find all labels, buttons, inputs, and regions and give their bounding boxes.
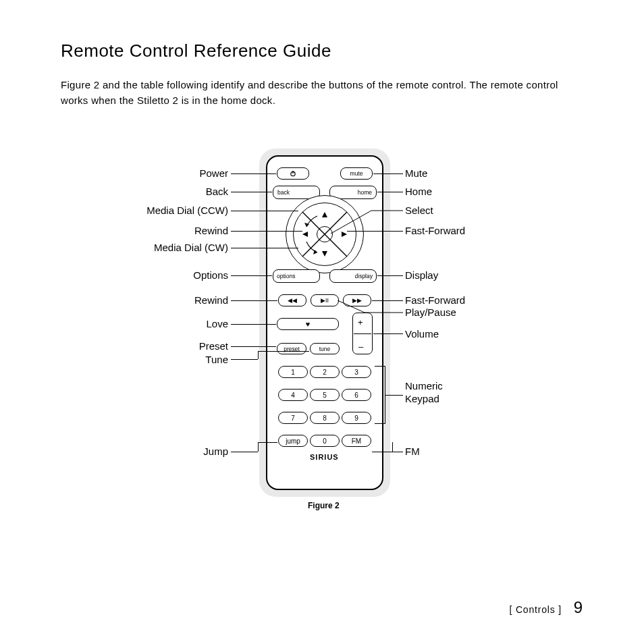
sirius-brand-logo: SIRIUS [310,453,339,461]
label-love: Love [201,318,228,329]
leader [231,192,272,192]
key-7[interactable]: 7 [278,412,308,424]
leader [231,211,298,211]
tune-button[interactable]: tune [310,343,340,354]
remote-figure: mute back home options display ◀◀ ▶II ▶▶… [0,0,644,644]
volume-plus: + [358,317,363,327]
label-mute: Mute [405,167,427,179]
leader [231,300,277,301]
label-media-dial-cw: Media Dial (CW) [140,242,228,253]
leader [373,333,403,334]
label-back: Back [201,186,228,197]
leader [338,300,405,314]
key-5[interactable]: 5 [310,389,340,401]
leader [231,324,276,325]
svg-line-10 [331,211,371,234]
leader [231,452,258,452]
volume-divider [354,333,371,334]
label-fm: FM [405,446,420,457]
label-home: Home [405,186,432,197]
leader [231,248,298,248]
page-footer: [ Controls ] 9 [510,598,583,617]
leader [258,442,277,443]
key-6[interactable]: 6 [342,389,371,401]
mute-button[interactable]: mute [340,167,373,180]
love-button[interactable]: ♥ [277,318,339,330]
svg-line-12 [338,300,365,313]
label-options: Options [188,269,228,281]
power-icon [290,170,296,177]
leader [258,351,259,359]
svg-marker-4 [322,212,327,217]
label-media-dial-ccw: Media Dial (CCW) [134,205,228,216]
label-play-pause: Play/Pause [405,306,456,318]
leader [377,275,403,276]
play-pause-button[interactable]: ▶II [311,294,339,306]
key-1[interactable]: 1 [278,366,308,378]
footer-section: [ Controls ] [510,604,562,615]
label-rewind-dial: Rewind [189,225,228,236]
key-4[interactable]: 4 [278,389,308,401]
leader [372,452,392,452]
leader [231,173,276,174]
keypad-bracket [375,366,385,424]
label-tune: Tune [201,354,228,365]
label-numeric: Numeric [405,380,443,392]
leader [347,231,403,232]
label-select: Select [405,205,433,216]
label-keypad: Keypad [405,393,439,404]
label-preset: Preset [194,340,228,352]
leader [392,452,403,452]
page-number: 9 [574,598,583,617]
leader [258,351,309,352]
label-fast-forward-dial: Fast-Forward [405,225,465,236]
key-0[interactable]: 0 [310,435,340,447]
jump-button[interactable]: jump [278,435,308,447]
key-8[interactable]: 8 [310,412,340,424]
key-3[interactable]: 3 [342,366,371,378]
fm-button[interactable]: FM [342,435,371,447]
leader [231,231,302,232]
label-power: Power [194,167,228,179]
leader [231,346,276,347]
leader [231,359,258,360]
label-jump: Jump [200,446,228,457]
display-button[interactable]: display [329,269,377,283]
label-rewind-transport: Rewind [189,294,228,306]
label-volume: Volume [405,328,439,340]
svg-marker-5 [322,251,327,257]
label-display: Display [405,269,438,281]
rewind-transport-button[interactable]: ◀◀ [278,294,306,306]
label-fast-forward-transport: Fast-Forward [405,294,465,306]
preset-button[interactable]: preset [277,343,306,354]
power-button[interactable] [277,167,309,180]
leader [392,442,393,452]
volume-minus: – [358,342,363,352]
key-9[interactable]: 9 [342,412,371,424]
leader [231,275,272,276]
options-button[interactable]: options [273,269,320,283]
leader [373,173,403,174]
leader [377,192,403,192]
svg-marker-6 [302,232,308,237]
figure-caption: Figure 2 [308,501,340,510]
key-2[interactable]: 2 [310,366,340,378]
leader [385,395,403,396]
leader [258,442,259,452]
